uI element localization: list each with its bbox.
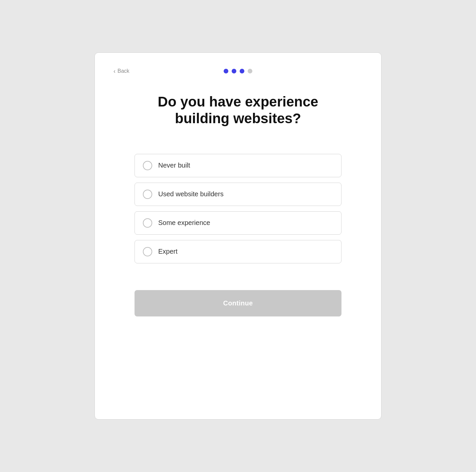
back-button[interactable]: ‹ Back [111, 66, 132, 76]
chevron-left-icon: ‹ [113, 68, 115, 75]
option-some-experience[interactable]: Some experience [135, 211, 341, 235]
option-some-experience-label: Some experience [158, 219, 210, 227]
progress-dot-3 [240, 69, 244, 73]
option-expert-label: Expert [158, 248, 178, 255]
progress-dot-2 [232, 69, 236, 73]
question-title: Do you have experience building websites… [135, 93, 341, 127]
option-used-builders[interactable]: Used website builders [135, 183, 341, 206]
continue-button[interactable]: Continue [135, 290, 341, 316]
option-never-built-label: Never built [158, 162, 190, 169]
progress-dot-4 [248, 69, 252, 73]
survey-card: ‹ Back Do you have experience building w… [94, 52, 382, 420]
progress-dot-1 [224, 69, 228, 73]
back-label: Back [117, 68, 130, 74]
option-expert[interactable]: Expert [135, 240, 341, 263]
option-never-built[interactable]: Never built [135, 154, 341, 177]
radio-expert [143, 247, 152, 256]
radio-some-experience [143, 218, 152, 228]
progress-indicator [224, 69, 252, 73]
radio-never-built [143, 161, 152, 170]
option-used-builders-label: Used website builders [158, 190, 224, 198]
options-list: Never built Used website builders Some e… [135, 154, 341, 263]
radio-used-builders [143, 190, 152, 199]
header: ‹ Back [111, 69, 365, 73]
